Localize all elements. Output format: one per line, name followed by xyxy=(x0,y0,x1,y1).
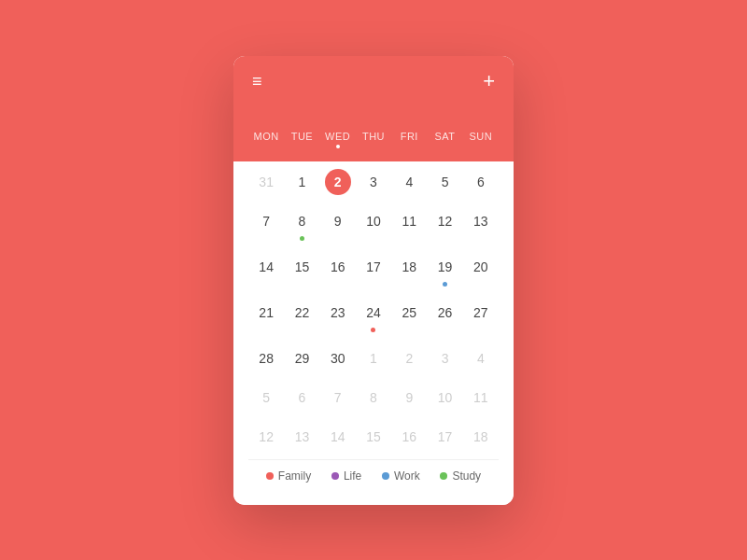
day-cell[interactable]: 11 xyxy=(391,201,427,246)
day-number: 29 xyxy=(289,345,315,371)
legend-dot xyxy=(382,472,389,480)
day-cell[interactable]: 27 xyxy=(463,292,499,338)
day-number: 31 xyxy=(253,169,279,195)
day-cell[interactable]: 3 xyxy=(427,338,462,377)
day-cell[interactable]: 21 xyxy=(248,292,284,338)
legend-item: Study xyxy=(440,469,481,483)
day-number: 6 xyxy=(468,169,494,195)
legend: FamilyLifeWorkStudy xyxy=(248,459,499,494)
day-cell[interactable]: 2 xyxy=(391,338,427,377)
day-cell[interactable]: 10 xyxy=(356,201,391,246)
menu-icon[interactable]: ≡ xyxy=(252,73,262,90)
day-cell[interactable]: 8 xyxy=(284,201,319,246)
weekday-thu: THU xyxy=(356,131,391,148)
day-cell[interactable]: 16 xyxy=(391,416,427,455)
day-number: 12 xyxy=(253,424,279,450)
day-number: 23 xyxy=(325,300,351,326)
day-cell[interactable]: 28 xyxy=(248,338,284,377)
day-number: 13 xyxy=(289,424,315,450)
day-number: 2 xyxy=(325,169,351,195)
day-cell[interactable]: 15 xyxy=(284,246,319,292)
day-number: 25 xyxy=(396,300,422,326)
day-number: 27 xyxy=(468,300,494,326)
day-cell[interactable]: 24 xyxy=(356,292,391,338)
day-cell[interactable]: 6 xyxy=(284,377,319,416)
day-number: 16 xyxy=(396,424,422,450)
day-cell[interactable]: 17 xyxy=(427,416,462,455)
header-top-bar: ≡ + xyxy=(252,71,495,91)
day-number: 28 xyxy=(253,345,279,371)
day-number: 4 xyxy=(396,169,422,195)
day-number: 22 xyxy=(289,300,315,326)
day-cell[interactable]: 25 xyxy=(391,292,427,338)
day-cell[interactable]: 9 xyxy=(391,377,427,416)
day-cell[interactable]: 5 xyxy=(427,161,462,201)
day-cell[interactable]: 31 xyxy=(248,161,284,201)
event-dot xyxy=(300,236,304,241)
calendar-body: MONTUEWEDTHUFRISATSUN 311234567891011121… xyxy=(233,119,514,505)
day-cell[interactable]: 8 xyxy=(356,377,391,416)
weekdays-row: MONTUEWEDTHUFRISATSUN xyxy=(233,119,514,161)
legend-dot xyxy=(331,472,339,480)
calendar-header: ≡ + xyxy=(233,56,514,119)
day-number: 24 xyxy=(360,300,387,326)
day-cell[interactable]: 14 xyxy=(248,246,284,292)
legend-item: Family xyxy=(266,469,311,483)
legend-dot xyxy=(440,472,447,480)
day-cell[interactable]: 4 xyxy=(463,338,499,377)
day-number: 10 xyxy=(432,385,458,411)
day-number: 15 xyxy=(360,424,387,450)
day-cell[interactable]: 29 xyxy=(284,338,319,377)
day-number: 9 xyxy=(396,385,422,411)
day-cell[interactable]: 17 xyxy=(356,246,391,292)
day-number: 30 xyxy=(325,345,351,371)
day-number: 3 xyxy=(432,345,458,371)
day-cell[interactable]: 20 xyxy=(463,246,499,292)
day-cell[interactable]: 16 xyxy=(320,246,356,292)
event-dot xyxy=(371,328,375,332)
day-cell[interactable]: 3 xyxy=(356,161,391,201)
day-cell[interactable]: 22 xyxy=(284,292,319,338)
day-number: 1 xyxy=(289,169,315,195)
day-cell[interactable]: 30 xyxy=(320,338,356,377)
day-cell[interactable]: 4 xyxy=(391,161,427,201)
day-number: 17 xyxy=(360,254,387,280)
day-cell[interactable]: 15 xyxy=(356,416,391,455)
day-cell[interactable]: 14 xyxy=(320,416,356,455)
day-cell[interactable]: 1 xyxy=(356,338,391,377)
day-cell[interactable]: 1 xyxy=(284,161,319,201)
day-cell[interactable]: 9 xyxy=(320,201,356,246)
day-number: 10 xyxy=(360,208,387,234)
day-number: 11 xyxy=(396,208,422,234)
day-cell[interactable]: 13 xyxy=(463,201,499,246)
day-number: 12 xyxy=(432,208,458,234)
day-cell[interactable]: 10 xyxy=(427,377,462,416)
day-number: 14 xyxy=(253,254,279,280)
day-number: 3 xyxy=(360,169,387,195)
legend-label: Family xyxy=(278,469,311,483)
add-event-button[interactable]: + xyxy=(483,71,495,91)
legend-dot xyxy=(266,472,274,480)
weekday-mon: MON xyxy=(248,131,284,148)
day-cell[interactable]: 18 xyxy=(463,416,499,455)
event-dot xyxy=(443,282,447,287)
legend-label: Life xyxy=(344,469,361,483)
day-cell[interactable]: 7 xyxy=(320,377,356,416)
day-cell[interactable]: 7 xyxy=(248,201,284,246)
day-cell[interactable]: 5 xyxy=(248,377,284,416)
day-cell[interactable]: 12 xyxy=(248,416,284,455)
weekday-wed: WED xyxy=(320,131,356,148)
day-cell[interactable]: 26 xyxy=(427,292,462,338)
day-cell[interactable]: 19 xyxy=(427,246,462,292)
day-cell[interactable]: 2 xyxy=(320,161,356,201)
day-number: 5 xyxy=(432,169,458,195)
day-cell[interactable]: 12 xyxy=(427,201,462,246)
day-number: 6 xyxy=(289,385,315,411)
day-cell[interactable]: 13 xyxy=(284,416,319,455)
day-cell[interactable]: 23 xyxy=(320,292,356,338)
day-cell[interactable]: 6 xyxy=(463,161,499,201)
day-number: 19 xyxy=(432,254,458,280)
legend-label: Study xyxy=(452,469,481,483)
day-cell[interactable]: 18 xyxy=(391,246,427,292)
day-cell[interactable]: 11 xyxy=(463,377,499,416)
